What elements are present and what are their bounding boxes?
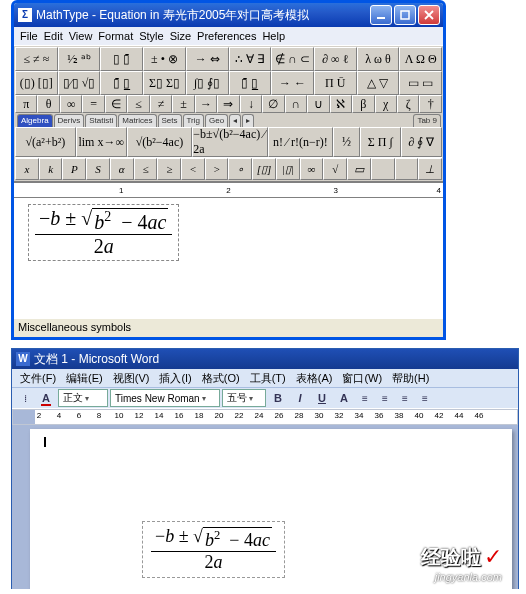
preset-discriminant[interactable]: √(b²−4ac) <box>127 127 193 157</box>
tab-derivs[interactable]: Derivs <box>54 114 85 127</box>
menu-view[interactable]: 视图(V) <box>109 371 154 386</box>
template-sum[interactable]: Σ▯ Σ▯ <box>143 71 186 95</box>
menu-format[interactable]: 格式(O) <box>198 371 244 386</box>
menu-window[interactable]: 窗口(W) <box>338 371 386 386</box>
menu-view[interactable]: View <box>69 30 93 42</box>
palette-logic[interactable]: ∴ ∀ ∃ <box>229 47 272 71</box>
preset-sqrt-a2b2[interactable]: √(a²+b²) <box>15 127 76 157</box>
sym-pm[interactable]: ± <box>172 95 194 113</box>
sym-down[interactable]: ↓ <box>240 95 262 113</box>
tab-trig[interactable]: Trig <box>183 114 204 127</box>
preset-calc-ops[interactable]: ∂ ∮ ∇ <box>401 127 442 157</box>
sym-rarr[interactable]: → <box>195 95 217 113</box>
style-select[interactable]: 正文 <box>58 389 108 407</box>
sml-gt[interactable]: > <box>205 158 229 180</box>
template-matrix[interactable]: ▭ ▭ <box>399 71 442 95</box>
italic-button[interactable]: I <box>290 389 310 407</box>
tab-matrices[interactable]: Matrices <box>118 114 156 127</box>
menu-edit[interactable]: 编辑(E) <box>62 371 107 386</box>
menu-prefs[interactable]: Preferences <box>197 30 256 42</box>
tab-sets[interactable]: Sets <box>158 114 182 127</box>
template-products[interactable]: Π Ū <box>314 71 357 95</box>
sml-sqrt[interactable]: √ <box>323 158 347 180</box>
sml-perp[interactable]: ⊥ <box>418 158 442 180</box>
maximize-button[interactable] <box>394 5 416 25</box>
palette-spaces[interactable]: ¹⁄₂ ᵃᵇ <box>58 47 101 71</box>
sym-beta[interactable]: β <box>352 95 374 113</box>
sym-in[interactable]: ∈ <box>105 95 127 113</box>
palette-relations[interactable]: ≤ ≠ ≈ <box>15 47 58 71</box>
palette-settheory[interactable]: ∉ ∩ ⊂ <box>271 47 314 71</box>
palette-misc[interactable]: ∂ ∞ ℓ <box>314 47 357 71</box>
preset-quadratic[interactable]: −b±√(b²−4ac) ⁄ 2a <box>192 127 267 157</box>
sml-s[interactable]: S <box>86 158 110 180</box>
align-center-icon[interactable]: ≡ <box>376 390 394 406</box>
sym-eq[interactable]: = <box>82 95 104 113</box>
font-color-button[interactable]: A <box>36 389 56 407</box>
palette-arrows[interactable]: → ⇔ <box>186 47 229 71</box>
palette-operators[interactable]: ± • ⊗ <box>143 47 186 71</box>
sym-dagger[interactable]: † <box>419 95 441 113</box>
sym-ne[interactable]: ≠ <box>150 95 172 113</box>
menu-file[interactable]: 文件(F) <box>16 371 60 386</box>
mathtype-titlebar[interactable]: Σ MathType - Equation in 寿光市2005年对口高考模拟 <box>14 3 443 27</box>
menu-insert[interactable]: 插入(I) <box>155 371 195 386</box>
menu-file[interactable]: File <box>20 30 38 42</box>
word-equation-object[interactable]: −b ± √ b2 − 4ac 2a <box>142 521 285 578</box>
word-ruler[interactable]: 2468101214161820222426283032343638404244… <box>12 409 518 425</box>
sym-empty[interactable]: ∅ <box>262 95 284 113</box>
tab-algebra[interactable]: Algebra <box>17 114 53 127</box>
highlight-button[interactable]: A <box>334 389 354 407</box>
template-overbar[interactable]: ▯̄ ▯̲ <box>229 71 272 95</box>
tab-9[interactable]: Tab 9 <box>413 114 441 127</box>
tab-more-right[interactable]: ▸ <box>242 114 254 127</box>
sym-theta[interactable]: θ <box>37 95 59 113</box>
sml-abs[interactable]: |▯| <box>276 158 300 180</box>
mathtype-edit-area[interactable]: −b ± √ b2 − 4ac 2a <box>14 198 443 318</box>
preset-binomial[interactable]: n! ⁄ r!(n−r)! <box>268 127 334 157</box>
sml-ge[interactable]: ≥ <box>157 158 181 180</box>
menu-help[interactable]: 帮助(H) <box>388 371 433 386</box>
sml-p[interactable]: P <box>62 158 86 180</box>
sml-15[interactable] <box>371 158 395 180</box>
font-select[interactable]: Times New Roman <box>110 389 220 407</box>
palette-greek-uc[interactable]: Λ Ω Θ <box>399 47 442 71</box>
sml-box[interactable]: ▭ <box>347 158 371 180</box>
palette-embellish[interactable]: ▯ ▯̄ <box>100 47 143 71</box>
menu-edit[interactable]: Edit <box>44 30 63 42</box>
template-labeled-arrow[interactable]: → ← <box>271 71 314 95</box>
underline-button[interactable]: U <box>312 389 332 407</box>
template-subsup[interactable]: ▯̄ ▯̲ <box>100 71 143 95</box>
sml-brack[interactable]: [▯] <box>252 158 276 180</box>
preset-sum-prod-int[interactable]: Σ Π ∫ <box>360 127 401 157</box>
menu-help[interactable]: Help <box>262 30 285 42</box>
menu-table[interactable]: 表格(A) <box>292 371 337 386</box>
sym-imply[interactable]: ⇒ <box>217 95 239 113</box>
bold-button[interactable]: B <box>268 389 288 407</box>
align-left-icon[interactable]: ≡ <box>356 390 374 406</box>
preset-limit[interactable]: lim x→∞ <box>76 127 127 157</box>
sml-alpha[interactable]: α <box>110 158 134 180</box>
sml-x[interactable]: x <box>15 158 39 180</box>
sml-le[interactable]: ≤ <box>134 158 158 180</box>
sml-k[interactable]: k <box>39 158 63 180</box>
sym-le[interactable]: ≤ <box>127 95 149 113</box>
template-hats[interactable]: △ ▽ <box>357 71 400 95</box>
preset-half[interactable]: ½ <box>333 127 359 157</box>
sym-chi[interactable]: χ <box>375 95 397 113</box>
align-right-icon[interactable]: ≡ <box>396 390 414 406</box>
sml-16[interactable] <box>395 158 419 180</box>
sml-circ[interactable]: ∘ <box>228 158 252 180</box>
sym-inf[interactable]: ∞ <box>60 95 82 113</box>
sym-aleph[interactable]: ℵ <box>330 95 352 113</box>
menu-tools[interactable]: 工具(T) <box>246 371 290 386</box>
template-integral[interactable]: ∫▯ ∮▯ <box>186 71 229 95</box>
close-button[interactable] <box>418 5 440 25</box>
equation-object[interactable]: −b ± √ b2 − 4ac 2a <box>28 204 179 261</box>
tab-more-left[interactable]: ◂ <box>229 114 241 127</box>
sym-zeta[interactable]: ζ <box>397 95 419 113</box>
word-titlebar[interactable]: W 文档 1 - Microsoft Word <box>12 349 518 369</box>
sym-pi[interactable]: π <box>15 95 37 113</box>
minimize-button[interactable] <box>370 5 392 25</box>
menu-style[interactable]: Style <box>139 30 163 42</box>
